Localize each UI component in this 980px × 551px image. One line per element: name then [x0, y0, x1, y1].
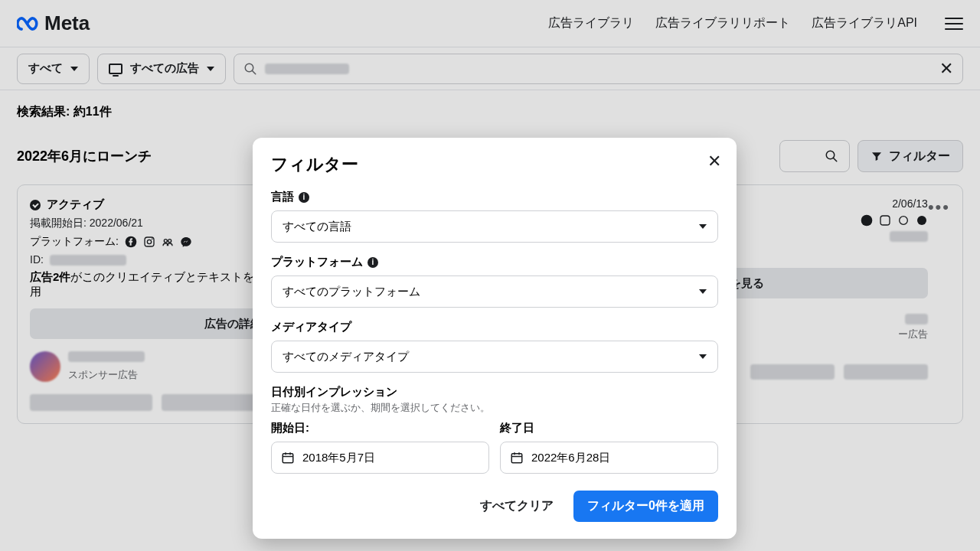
media-label-text: メディアタイプ	[271, 320, 351, 334]
chevron-down-icon	[699, 224, 707, 229]
clear-label: すべてクリア	[480, 499, 554, 512]
end-date-label: 終了日	[500, 421, 718, 435]
lang-label: 言語 i	[271, 190, 718, 204]
info-icon[interactable]: i	[299, 192, 309, 203]
platform-value: すべてのプラットフォーム	[283, 285, 420, 299]
svg-rect-14	[283, 454, 293, 463]
impressions-desc: 正確な日付を選ぶか、期間を選択してください。	[271, 401, 718, 415]
apply-label: フィルター0件を適用	[587, 499, 704, 512]
end-date-value: 2022年6月28日	[531, 451, 610, 465]
lang-value: すべての言語	[283, 220, 351, 234]
media-select[interactable]: すべてのメディアタイプ	[271, 341, 718, 373]
start-date-value: 2018年5月7日	[302, 451, 375, 465]
modal-title: フィルター	[271, 153, 718, 176]
platform-label: プラットフォーム i	[271, 255, 718, 269]
svg-rect-18	[511, 454, 522, 463]
apply-filters-button[interactable]: フィルター0件を適用	[573, 491, 718, 522]
calendar-icon	[281, 451, 295, 465]
start-date-label: 開始日:	[271, 421, 489, 435]
chevron-down-icon	[699, 289, 707, 294]
start-date-input[interactable]: 2018年5月7日	[271, 442, 489, 474]
info-icon[interactable]: i	[368, 257, 378, 268]
impressions-label: 日付別インプレッション	[271, 385, 718, 399]
filter-modal: ✕ フィルター 言語 i すべての言語 プラットフォーム i すべてのプラットフ…	[253, 138, 737, 539]
close-icon[interactable]: ✕	[707, 152, 721, 171]
lang-select[interactable]: すべての言語	[271, 210, 718, 243]
calendar-icon	[510, 451, 524, 465]
chevron-down-icon	[699, 354, 707, 359]
media-label: メディアタイプ	[271, 320, 718, 334]
platform-label-text: プラットフォーム	[271, 255, 363, 269]
platform-select[interactable]: すべてのプラットフォーム	[271, 276, 718, 308]
clear-all-button[interactable]: すべてクリア	[471, 491, 563, 522]
lang-label-text: 言語	[271, 190, 294, 204]
media-value: すべてのメディアタイプ	[283, 350, 409, 364]
end-date-input[interactable]: 2022年6月28日	[500, 442, 718, 474]
